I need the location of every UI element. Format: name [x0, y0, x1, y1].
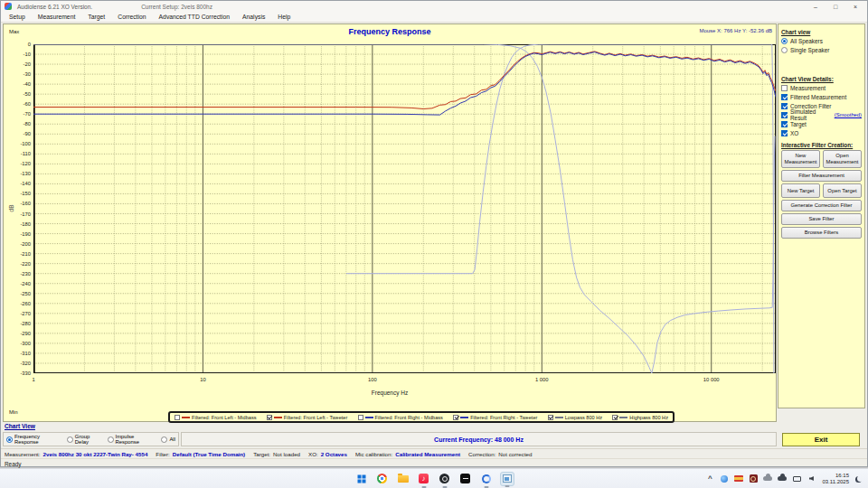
filter-measurement-button[interactable]: Filter Measurement — [781, 170, 862, 182]
x-tick-1-000: 1 000 — [524, 377, 560, 382]
legend-checkbox-lowpass-800-hz[interactable] — [548, 415, 553, 420]
y-tick--80: -80 — [5, 121, 31, 127]
tray-keyboard-flag-icon[interactable] — [733, 474, 744, 484]
running-indicator — [421, 486, 426, 488]
exit-button[interactable]: Exit — [782, 433, 860, 446]
y-tick--70: -70 — [5, 111, 31, 117]
new-measurement-button[interactable]: New Measurement — [781, 150, 820, 168]
clock[interactable]: 16:1503.11.2025 — [822, 473, 849, 485]
detail-checkbox-measurement[interactable] — [781, 85, 788, 91]
taskbar-icon-camera-app[interactable] — [438, 472, 452, 486]
legend-item-highpass-800-hz: Highpass 800 Hz — [612, 415, 668, 420]
view-option-impulse-response-radio[interactable] — [108, 436, 114, 443]
detail-checkbox-xo[interactable] — [781, 130, 788, 136]
detail-checkbox-simulated-result[interactable] — [781, 112, 788, 118]
taskbar-icon-start[interactable] — [354, 472, 369, 486]
menu-correction[interactable]: Correction — [111, 14, 152, 20]
menu-target[interactable]: Target — [81, 14, 111, 20]
view-option-all-radio[interactable] — [161, 436, 167, 443]
legend-checkbox-filtered-front-left-tweeter[interactable] — [267, 415, 272, 420]
view-option-frequency-response-label: Frequency Response — [14, 434, 63, 445]
legend-label: Lowpass 800 Hz — [565, 415, 602, 420]
legend-color-dash — [274, 417, 282, 418]
detail-checkbox-target[interactable] — [781, 121, 788, 127]
frequency-response-plot[interactable] — [33, 44, 776, 373]
tray-browser-icon[interactable] — [719, 474, 730, 484]
taskbar-icon-chrome[interactable] — [375, 472, 390, 486]
start-icon — [357, 474, 361, 478]
y-tick--50: -50 — [5, 91, 31, 97]
minimize-button[interactable]: – — [806, 1, 826, 12]
legend-color-dash — [460, 417, 468, 418]
speaker-option-single-speaker-radio[interactable] — [781, 47, 788, 53]
taskbar-icon-active-window[interactable] — [500, 472, 514, 486]
open-target-button[interactable]: Open Target — [823, 183, 862, 198]
chart-view-details-header: Chart View Details: — [781, 76, 862, 82]
y-tick--330: -330 — [5, 371, 31, 376]
y-tick--170: -170 — [5, 211, 31, 217]
smoothed-link[interactable]: (Smoothed) — [835, 112, 862, 117]
detail-label: Measurement — [790, 85, 826, 91]
y-tick--100: -100 — [5, 141, 31, 146]
taskbar-icon-dark-app[interactable] — [458, 472, 473, 486]
legend-label: Filtered: Front Right - Midbass — [375, 415, 443, 420]
mouse-coordinates-readout: Mouse X: 766 Hz Y: -52.36 dB — [699, 28, 772, 33]
maximize-button[interactable]: □ — [826, 1, 845, 12]
time-text: 16:15 — [835, 473, 849, 479]
tray-volume-icon[interactable] — [806, 474, 816, 484]
y-tick--160: -160 — [5, 201, 31, 206]
detail-checkbox-filtered-measurement[interactable] — [781, 94, 788, 100]
notifications-moon-icon[interactable] — [854, 474, 865, 484]
status-bar: Measurement:2veis 800hz 30 okt 2227-Twin… — [1, 448, 867, 458]
status-value: Default (True Time Domain) — [173, 451, 245, 457]
taskbar-icon-audio-app[interactable] — [479, 472, 494, 486]
tray-devices-icon[interactable] — [791, 474, 802, 484]
speaker-option-all-speakers: All Speakers — [781, 37, 862, 44]
y-tick--300: -300 — [5, 341, 31, 346]
menu-advanced-ttd-correction[interactable]: Advanced TTD Correction — [153, 14, 236, 20]
moon-glyph — [857, 475, 863, 482]
close-button[interactable]: × — [845, 1, 865, 12]
status-target: Target:Not loaded — [253, 451, 300, 457]
browse-filters-button[interactable]: Browse Filters — [781, 227, 862, 239]
status-value: Not corrected — [498, 451, 532, 457]
app-icon — [5, 3, 12, 10]
legend-checkbox-filtered-front-left-midbass[interactable] — [175, 415, 180, 420]
detail-label: Target — [790, 121, 807, 127]
y-tick--240: -240 — [5, 281, 31, 286]
menu-analysis[interactable]: Analysis — [236, 14, 271, 20]
current-frequency-readout: Current Frequency: 48 000 Hz — [434, 436, 524, 443]
view-option-group-delay-radio[interactable] — [67, 436, 73, 443]
tray-cloud-icon[interactable] — [777, 474, 788, 484]
current-frequency-panel: Current Frequency: 48 000 Hz — [181, 432, 777, 446]
detail-target: Target — [781, 120, 862, 127]
new-target-button[interactable]: New Target — [781, 183, 820, 198]
menu-help[interactable]: Help — [271, 14, 297, 20]
menu-setup[interactable]: Setup — [3, 14, 32, 20]
speaker-option-all-speakers-radio[interactable] — [781, 38, 788, 44]
legend-checkbox-filtered-front-right-tweeter[interactable] — [453, 415, 458, 420]
open-measurement-button[interactable]: Open Measurement — [823, 150, 862, 168]
taskbar-icon-file-explorer[interactable] — [396, 472, 410, 486]
window-subtitle: Current Setup: 2veis 800hz — [141, 4, 212, 10]
legend-item-filtered-front-left-tweeter: Filtered: Front Left - Tweeter — [267, 415, 347, 420]
menu-measurement[interactable]: Measurement — [32, 14, 82, 20]
legend-checkbox-highpass-800-hz[interactable] — [612, 415, 618, 420]
generate-correction-filter-button[interactable]: Generate Correction Filter — [781, 200, 862, 211]
view-option-all-label: All — [169, 436, 175, 442]
tray-cloud-off-icon[interactable] — [762, 474, 773, 484]
tray-chevron-up-icon[interactable] — [704, 474, 715, 484]
save-filter-button[interactable]: Save Filter — [781, 213, 862, 225]
detail-checkbox-correction-filter[interactable] — [781, 103, 788, 109]
view-option-frequency-response-radio[interactable] — [6, 436, 13, 443]
taskbar-icon-music-app[interactable] — [417, 472, 431, 486]
y-tick--310: -310 — [5, 351, 31, 356]
y-tick--110: -110 — [5, 151, 31, 156]
sidebar: Chart view All SpeakersSingle Speaker Ch… — [778, 23, 865, 408]
system-tray: 16:1503.11.2025 — [704, 469, 865, 488]
titlebar[interactable]: Audiolense 6.21 XO Version. Current Setu… — [1, 1, 867, 12]
min-label[interactable]: Min — [9, 409, 18, 415]
legend-color-dash — [619, 417, 627, 418]
tray-red-app-icon[interactable] — [748, 474, 759, 484]
legend-checkbox-filtered-front-right-midbass[interactable] — [358, 415, 363, 420]
